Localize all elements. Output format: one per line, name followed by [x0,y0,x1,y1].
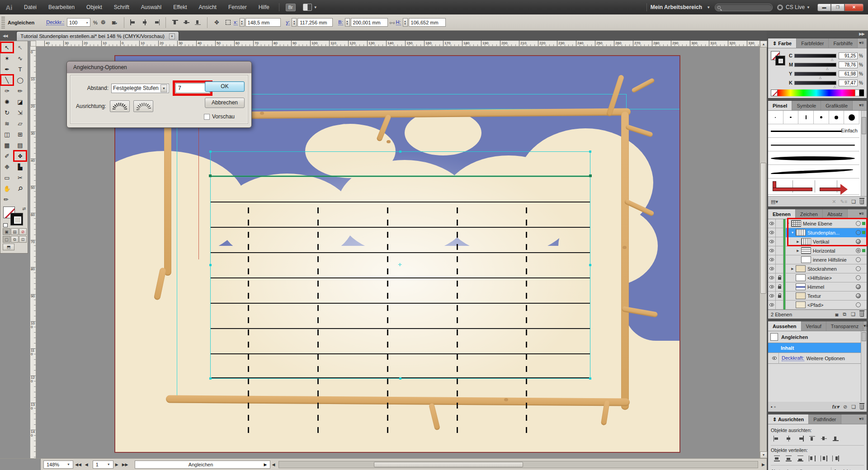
new-layer-icon[interactable]: ❏ [851,311,855,317]
scroll-right-icon[interactable]: ▶ [762,462,765,467]
Stundenplan...[interactable]: ▼ Stundenplan... [768,228,867,237]
scroll-up-icon[interactable]: ▲ [760,41,767,47]
horizontal-ruler[interactable]: 4030201001020304050607080901001101201301… [36,41,760,47]
layer-lock-toggle[interactable] [776,301,783,310]
x-input[interactable]: 148,5 mm [245,18,281,27]
perspective-grid-tool[interactable]: ⊞ [14,129,27,140]
layer-name[interactable]: innere Hilfslinie [813,257,854,263]
default-fill-stroke-icon[interactable] [3,223,8,227]
align-bottom-button[interactable] [830,434,841,442]
draw-normal-button[interactable]: ▢ [3,236,10,243]
stroke-swatch-black[interactable] [10,213,23,226]
layer-visibility-toggle[interactable] [768,273,776,282]
pencil-tool[interactable]: ✏ [14,85,27,96]
distribute-left-button[interactable] [806,454,818,462]
Stockrahmen[interactable]: ▶ Stockrahmen [768,264,867,273]
selection-anchor[interactable] [589,377,591,380]
spacing-dropdown-icon[interactable]: ▼ [160,85,167,92]
search-input[interactable] [715,4,773,11]
panel-menu-icon[interactable]: ▾≡ [859,414,867,424]
channel-value-input[interactable] [839,70,858,77]
align-right-button[interactable] [794,434,806,442]
spectrum-white-swatch[interactable] [855,89,859,96]
menu-item[interactable]: Hilfe [253,0,275,14]
tab-pinsel[interactable]: Pinsel [768,101,792,110]
selection-anchor[interactable] [209,150,212,153]
line-segment-tool[interactable]: ╲ [0,75,14,85]
layer-expand-icon[interactable]: ▶ [796,240,800,244]
menu-item[interactable]: Fenster [222,0,253,14]
blend-anchor-point[interactable] [209,174,212,177]
channel-value-input[interactable] [839,52,858,59]
layer-thumbnail[interactable] [801,256,811,263]
delete-layer-icon[interactable] [860,312,864,317]
brush-item-ink[interactable] [768,165,859,179]
none-mode-button[interactable]: ⊘ [19,228,27,235]
panel-menu-icon[interactable]: ▾≡ [859,209,867,219]
wood-frame-left[interactable] [164,113,171,276]
channel-slider[interactable]: △ [794,72,836,76]
channel-value-input[interactable] [839,80,858,86]
selection-anchor[interactable] [399,377,401,380]
column-graph-tool[interactable]: ▙ [14,161,27,172]
menu-item[interactable]: Schrift [108,0,135,14]
tab-symbole[interactable]: Symbole [792,101,821,110]
layer-expand-icon[interactable]: ▼ [786,222,790,225]
transform-reference-icon[interactable] [226,20,231,25]
brush-item[interactable] [783,111,799,124]
align-hcenter-button[interactable] [783,434,794,442]
Horizontal[interactable]: ▶ Horizontal [768,246,867,255]
knife-tool[interactable]: ✏ [0,194,27,205]
layer-thumbnail[interactable] [801,247,811,254]
minimize-button[interactable]: ▬ [817,4,831,11]
layer-target-icon[interactable] [856,275,861,280]
menu-item[interactable]: Auswahl [135,0,167,14]
appearance-opacity-row[interactable]: Deckkraft: Weitere Optionen [768,353,867,364]
layer-name[interactable]: Textur [807,293,854,299]
tab-ebenen[interactable]: Ebenen [768,209,796,219]
Himmel[interactable]: ▶ Himmel [768,282,867,291]
blend-tool[interactable]: ❖ [14,150,27,161]
layer-name[interactable]: Meine Ebene [803,221,854,226]
scale-tool[interactable]: ⇲ [14,107,27,118]
tab-ausrichten[interactable]: ⇕ Ausrichten [768,414,809,424]
control-bar-grip[interactable] [1,17,5,28]
layer-thumbnail[interactable] [796,301,806,308]
cs-live-dropdown-icon[interactable]: ▼ [807,5,810,9]
innere Hilfslinie[interactable]: ▶ innere Hilfslinie [768,255,867,264]
ruler-corner[interactable] [30,41,36,47]
opacity-link[interactable]: Deckkraft: [782,355,804,361]
layer-target-icon[interactable] [856,266,861,271]
rotate-tool[interactable]: ↻ [0,107,14,118]
transform-icon[interactable]: ✥ [214,19,219,26]
layer-name[interactable]: <Pfad> [807,302,854,308]
layer-expand-icon[interactable]: ▼ [790,231,795,234]
layer-target-icon[interactable] [856,221,861,226]
align-right-icon[interactable] [152,19,160,25]
preview-checkbox[interactable] [204,114,210,120]
layer-lock-toggle[interactable] [776,246,783,255]
layer-target-icon[interactable] [856,293,861,298]
arrange-documents-dropdown-icon[interactable]: ▼ [314,5,317,9]
vertical-scroll-thumb[interactable] [760,163,766,294]
close-button[interactable]: ✕ [844,4,863,11]
stroke-black-swatch[interactable] [775,56,785,66]
align-vcenter-button[interactable] [818,434,830,442]
new-brush-icon[interactable]: ❏ [851,199,856,205]
brush-item-charcoal[interactable] [768,138,859,151]
layer-thumbnail[interactable] [796,265,806,272]
layer-target-icon[interactable] [856,248,861,253]
<Hilfslinie>[interactable]: ▶ <Hilfslinie> [768,273,867,282]
remove-brush-stroke-icon[interactable]: ✕ [832,199,836,205]
layer-thumbnail[interactable] [796,292,806,299]
cancel-button[interactable]: Abbrechen [205,98,245,108]
restore-button[interactable]: ❐ [831,4,844,11]
menu-item[interactable]: Effekt [167,0,193,14]
prev-artboard-icon[interactable]: ◀ [85,462,88,467]
layer-thumbnail[interactable] [796,283,806,290]
spacing-dropdown[interactable]: Festgelegte Stufen ▼ [111,84,169,93]
layer-target-icon[interactable] [856,239,861,244]
panel-menu-icon[interactable]: ▾≡ [859,101,867,110]
layer-visibility-toggle[interactable] [768,228,776,237]
next-artboard-icon[interactable]: ▶ [115,462,118,467]
